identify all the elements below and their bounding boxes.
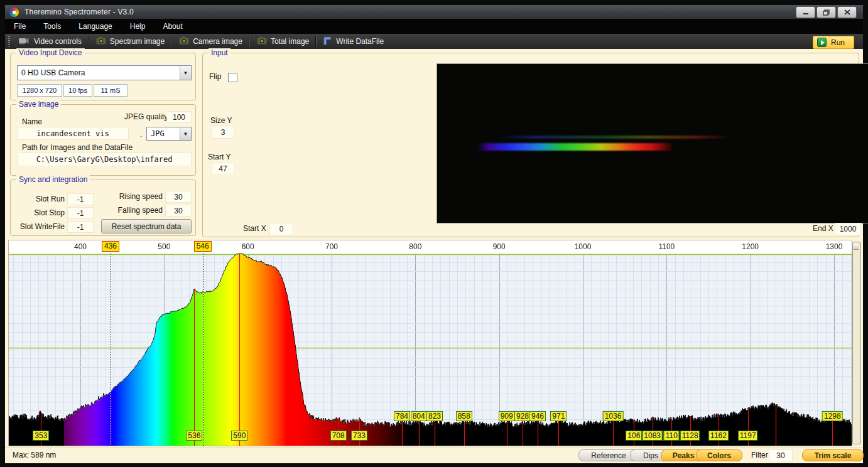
max-wavelength-readout: Max: 589 nm <box>13 451 56 459</box>
resolution-box: 1280 x 720 <box>17 84 62 97</box>
slot-writefile-field[interactable]: -1 <box>67 221 94 233</box>
start-y-label: Start Y <box>208 153 231 161</box>
spectrum-image-button[interactable]: Spectrum image <box>91 35 170 48</box>
video-device-select[interactable]: 0 HD USB Camera ▼ <box>17 65 192 80</box>
path-field[interactable]: C:\Users\GaryG\Desktop\infared <box>17 153 192 166</box>
video-camera-icon <box>19 37 30 46</box>
axis-tick-label: 600 <box>242 242 254 251</box>
filter-label: Filter <box>751 451 768 459</box>
write-datafile-label: Write DataFile <box>336 37 384 46</box>
peak-label: 971 <box>550 411 567 421</box>
menu-bar: File Tools Language Help About <box>5 19 863 34</box>
video-input-group-title: Video Input Device <box>16 48 85 57</box>
reference-peak-label: 436 <box>102 241 119 252</box>
peak-label: 1036 <box>603 411 624 421</box>
app-logo-icon <box>9 8 19 17</box>
peak-label: 590 <box>231 431 247 441</box>
total-image-label: Total image <box>271 37 309 46</box>
toolbar-separator <box>316 36 317 47</box>
camera-icon <box>179 36 189 46</box>
menu-language[interactable]: Language <box>70 19 121 33</box>
restore-button[interactable] <box>816 6 836 18</box>
rising-speed-label: Rising speed <box>99 192 163 201</box>
total-image-button[interactable]: Total image <box>252 35 314 48</box>
peak-label: 1197 <box>738 431 758 441</box>
start-y-field[interactable]: 47 <box>212 162 234 175</box>
toolbar-separator <box>249 36 250 47</box>
slot-stop-field[interactable]: -1 <box>67 207 94 219</box>
camera-image-button[interactable]: Camera image <box>174 35 247 48</box>
peak-label: 536 <box>186 431 202 441</box>
chevron-down-icon[interactable]: ▼ <box>180 127 191 140</box>
toolbar-separator <box>171 36 172 47</box>
axis-tick-label: 500 <box>158 242 170 251</box>
slot-run-label: Slot Run <box>11 195 65 203</box>
trim-scale-button[interactable]: Trim scale <box>802 449 864 461</box>
peak-label: 733 <box>351 431 367 441</box>
reset-spectrum-button[interactable]: Reset spectrum data <box>101 219 192 234</box>
end-x-field[interactable]: 1000 <box>835 223 861 235</box>
slot-run-field[interactable]: -1 <box>67 193 94 205</box>
slot-writefile-label: Slot WriteFile <box>11 222 65 231</box>
run-label: Run <box>831 38 845 47</box>
filter-field[interactable]: 30 <box>769 449 793 461</box>
peak-label: 784 <box>394 411 410 421</box>
colors-button[interactable]: Colors <box>696 449 742 461</box>
video-controls-button[interactable]: Video controls <box>14 35 87 48</box>
format-select[interactable]: JPG ▼ <box>146 127 192 141</box>
flip-checkbox[interactable] <box>228 73 237 82</box>
close-button[interactable] <box>837 6 857 18</box>
scale-slider[interactable] <box>852 242 861 444</box>
axis-tick-label: 900 <box>493 242 506 251</box>
camera-image-label: Camera image <box>193 37 242 46</box>
play-icon <box>817 38 827 47</box>
status-bar: Max: 589 nm Reference Dips Peaks Colors … <box>5 447 863 463</box>
falling-speed-label: Falling speed <box>99 206 163 215</box>
peak-label: 946 <box>529 411 546 421</box>
dot-separator: . <box>140 130 142 139</box>
axis-tick-label: 1100 <box>658 242 675 251</box>
sync-group: Sync and integration Slot Run -1 Slot St… <box>10 180 196 236</box>
minimize-button[interactable] <box>796 6 815 18</box>
chevron-down-icon[interactable]: ▼ <box>180 66 191 80</box>
spectrum-chart: 4005006007008009001000110012001300436546… <box>8 240 852 446</box>
axis-tick-label: 400 <box>74 242 87 251</box>
toolbar-separator <box>89 36 89 47</box>
scroll-icon <box>323 36 332 47</box>
path-label: Path for Images and the DataFile <box>22 143 133 152</box>
menu-about[interactable]: About <box>154 19 191 33</box>
flip-label: Flip <box>209 72 221 81</box>
size-y-field[interactable]: 3 <box>212 126 234 139</box>
spectrum-line-faint <box>497 136 731 139</box>
start-x-label: Start X <box>243 224 266 233</box>
peak-label: 708 <box>330 431 347 441</box>
jpeg-quality-field[interactable]: 100 <box>166 111 192 123</box>
save-image-group: Save image Name JPEG quality 100 incande… <box>10 104 196 176</box>
end-x-label: End X <box>813 224 833 233</box>
peak-label: 1162 <box>708 431 729 441</box>
start-x-field[interactable]: 0 <box>269 223 293 235</box>
size-y-label: Size Y <box>210 116 232 125</box>
peak-label: 353 <box>33 431 49 441</box>
fps-box: 10 fps <box>63 84 92 97</box>
video-input-group: Video Input Device 0 HD USB Camera ▼ 128… <box>10 53 196 100</box>
spectrum-image-label: Spectrum image <box>110 37 165 46</box>
rising-speed-field[interactable]: 30 <box>165 191 192 203</box>
axis-tick-label: 1200 <box>742 242 759 251</box>
app-window: Theremino Spectrometer - V3.0 File Tools… <box>0 0 868 467</box>
menu-file[interactable]: File <box>5 19 35 33</box>
peak-label: 909 <box>499 411 515 421</box>
peak-label: 110 <box>664 431 680 441</box>
peak-label: 1128 <box>680 431 700 441</box>
peak-label: 858 <box>456 411 472 421</box>
menu-help[interactable]: Help <box>121 19 155 33</box>
scale-slider-thumb[interactable] <box>853 244 859 250</box>
peak-label: 823 <box>426 411 443 421</box>
falling-speed-field[interactable]: 30 <box>165 205 192 217</box>
name-label: Name <box>22 117 42 126</box>
run-button[interactable]: Run <box>813 36 854 49</box>
file-name-field[interactable]: incandescent vis <box>17 127 129 140</box>
menu-tools[interactable]: Tools <box>35 19 70 33</box>
peak-label: 106 <box>626 431 642 441</box>
write-datafile-button[interactable]: Write DataFile <box>318 35 389 48</box>
